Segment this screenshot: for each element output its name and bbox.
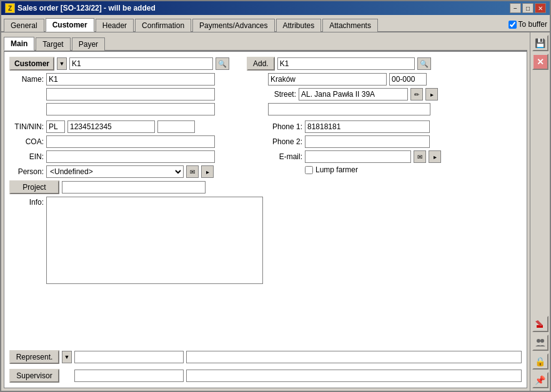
customer-dropdown-btn[interactable]: ▼ <box>57 57 67 70</box>
email-mail-btn[interactable]: ✉ <box>414 150 426 163</box>
tin-row: TIN/NIN: <box>9 120 263 133</box>
phone2-row: Phone 2: <box>268 135 522 148</box>
tab-attributes[interactable]: Attributes <box>276 19 322 32</box>
minimize-button[interactable]: − <box>510 3 521 13</box>
coa-input[interactable] <box>46 135 215 148</box>
main-panel: Main Target Payer Customer ▼ 🔍 Add. 🔍 <box>1 32 530 391</box>
email-input[interactable] <box>305 150 411 163</box>
main-tab-bar: General Customer Header Confirmation Pay… <box>1 15 550 32</box>
email-extra-btn[interactable]: ▸ <box>429 150 441 163</box>
users-toolbar-btn[interactable] <box>532 335 549 351</box>
tab-payments[interactable]: Payments/Advances <box>192 19 274 32</box>
tab-confirmation[interactable]: Confirmation <box>135 19 191 32</box>
supervisor-right-input[interactable] <box>186 370 522 382</box>
street-pen-btn[interactable]: ✏ <box>410 88 423 100</box>
lump-farmer-area: Lump farmer <box>305 165 358 174</box>
street-extra-btn[interactable]: ▸ <box>425 88 438 100</box>
address-extra-input[interactable] <box>268 103 430 115</box>
customer-search2-btn[interactable]: 🔍 <box>417 57 431 70</box>
info-row: Info: <box>9 197 263 345</box>
person-extra-btn[interactable]: ▸ <box>201 165 214 178</box>
coa-row: COA: <box>9 135 263 148</box>
title-bar: Z Sales order [SO-123/22] - will be adde… <box>1 1 550 15</box>
edit-toolbar-btn[interactable] <box>532 316 549 332</box>
maximize-button[interactable]: □ <box>522 3 534 13</box>
customer-button[interactable]: Customer <box>9 57 54 71</box>
represent-right-input[interactable] <box>186 351 522 363</box>
supervisor-input[interactable] <box>74 370 184 382</box>
supervisor-row: Supervisor <box>9 369 522 383</box>
phone1-input[interactable] <box>305 120 430 133</box>
city-row <box>268 73 522 86</box>
tab-general[interactable]: General <box>4 19 44 32</box>
tin-country-input[interactable] <box>46 120 65 133</box>
tab-customer[interactable]: Customer <box>46 18 94 32</box>
name-row: Name: <box>9 73 263 86</box>
phone1-row: Phone 1: <box>268 120 522 133</box>
email-label: E-mail: <box>268 152 302 161</box>
project-input[interactable] <box>62 181 206 194</box>
tab-header[interactable]: Header <box>96 19 134 32</box>
content-area: Main Target Payer Customer ▼ 🔍 Add. 🔍 <box>1 32 550 391</box>
add-button[interactable]: Add. <box>247 57 275 71</box>
name-row2 <box>9 88 263 100</box>
project-row: Project <box>9 180 263 194</box>
sub-tab-main[interactable]: Main <box>4 37 34 51</box>
tin-extra-input[interactable] <box>157 120 195 133</box>
sub-tab-target[interactable]: Target <box>36 37 70 51</box>
tin-number-input[interactable] <box>67 120 155 133</box>
ein-input[interactable] <box>46 150 215 163</box>
tab-attachments[interactable]: Attachments <box>322 19 378 32</box>
two-col-layout: Name: TIN/NIN: <box>9 73 522 345</box>
person-mail-btn[interactable]: ✉ <box>186 165 199 178</box>
phone2-input[interactable] <box>305 135 430 148</box>
name-label: Name: <box>9 75 44 84</box>
name-input2[interactable] <box>46 88 215 100</box>
project-button[interactable]: Project <box>9 180 59 194</box>
right-column: Street: ✏ ▸ Phone 1: <box>268 73 522 345</box>
save-toolbar-btn[interactable]: 💾 <box>532 35 549 51</box>
lock-toolbar-btn[interactable]: 🔒 <box>532 353 549 370</box>
represent-row: Represent. ▼ <box>9 350 522 364</box>
empty-row1 <box>268 103 522 115</box>
person-select[interactable]: <Undefined> <box>46 165 184 178</box>
street-input[interactable] <box>299 88 408 100</box>
main-window: Z Sales order [SO-123/22] - will be adde… <box>0 0 551 392</box>
lump-farmer-label: Lump farmer <box>315 165 358 174</box>
customer-input[interactable] <box>69 57 213 70</box>
customer-search-btn[interactable]: 🔍 <box>216 57 229 70</box>
right-toolbar: 💾 ✕ 🔒 📌 <box>530 32 550 391</box>
phone1-label: Phone 1: <box>268 122 302 131</box>
person-row: Person: <Undefined> ✉ ▸ <box>9 165 263 178</box>
to-buffer-checkbox[interactable] <box>509 21 517 29</box>
customer-search2-input[interactable] <box>277 57 415 70</box>
street-row: Street: ✏ ▸ <box>268 88 522 100</box>
city-input[interactable] <box>268 73 387 86</box>
window-title: Sales order [SO-123/22] - will be added <box>17 4 156 12</box>
info-label: Info: <box>9 198 44 207</box>
pin-toolbar-btn[interactable]: 📌 <box>532 372 549 388</box>
info-textarea[interactable] <box>46 197 263 284</box>
postal-input[interactable] <box>389 73 427 86</box>
represent-input[interactable] <box>74 351 184 363</box>
street-label: Street: <box>268 90 296 99</box>
name-row3 <box>9 103 263 115</box>
title-bar-left: Z Sales order [SO-123/22] - will be adde… <box>5 3 156 13</box>
name-input3[interactable] <box>46 103 215 115</box>
ein-label: EIN: <box>9 152 44 161</box>
to-buffer-area: To buffer <box>509 20 547 29</box>
tin-label: TIN/NIN: <box>9 122 44 131</box>
represent-dropdown-btn[interactable]: ▼ <box>62 351 72 363</box>
svg-point-2 <box>537 339 540 343</box>
sub-tab-payer[interactable]: Payer <box>72 37 105 51</box>
supervisor-button[interactable]: Supervisor <box>9 369 59 383</box>
title-buttons: − □ ✕ <box>510 3 546 13</box>
close-button[interactable]: ✕ <box>535 3 546 13</box>
email-row: E-mail: ✉ ▸ <box>268 150 522 163</box>
name-input1[interactable] <box>46 73 215 86</box>
lump-farmer-checkbox[interactable] <box>305 166 313 174</box>
represent-button[interactable]: Represent. <box>9 350 59 364</box>
app-icon: Z <box>5 3 15 13</box>
lump-farmer-row: Lump farmer <box>268 165 522 174</box>
delete-toolbar-btn[interactable]: ✕ <box>532 54 549 70</box>
